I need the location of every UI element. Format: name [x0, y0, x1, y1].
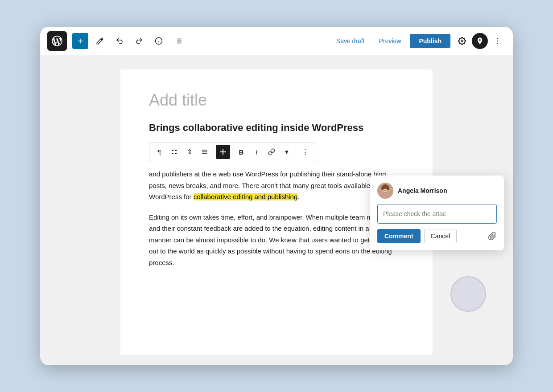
svg-point-4 [497, 43, 498, 44]
more-vertical-icon [494, 37, 502, 45]
pencil-icon [96, 37, 104, 45]
editor-toolbar: Save draft Preview Publish [40, 27, 513, 55]
list-icon [174, 37, 182, 45]
comment-input[interactable] [377, 204, 497, 224]
more-formats-btn[interactable]: ▾ [280, 145, 294, 159]
cancel-comment-button[interactable]: Cancel [424, 229, 457, 243]
comment-popup: Angela Morrison Comment Cancel [370, 176, 504, 250]
svg-point-1 [461, 40, 463, 42]
paperclip-icon [488, 232, 497, 241]
publish-button[interactable]: Publish [410, 34, 450, 48]
block-options-btn[interactable]: ⋮ [298, 145, 312, 159]
info-icon [155, 37, 163, 45]
plus-icon [76, 37, 84, 45]
paragraph-btn[interactable]: ¶ [152, 145, 166, 159]
add-inline-btn[interactable] [216, 145, 230, 159]
editor-body[interactable]: and publishers at the e web use WordPres… [149, 168, 404, 268]
toolbar-right-icons [454, 33, 506, 49]
gear-icon [458, 37, 466, 45]
avatar [377, 183, 393, 199]
format-divider-3 [296, 147, 296, 157]
preview-button[interactable]: Preview [374, 35, 407, 47]
format-toolbar: ¶ ⇕ [149, 143, 315, 161]
more-options-button[interactable] [490, 33, 506, 49]
add-block-button[interactable] [72, 33, 88, 49]
svg-rect-8 [175, 153, 177, 154]
attach-button[interactable] [488, 232, 497, 241]
bold-btn[interactable]: B [234, 145, 248, 159]
add-inline-icon [219, 148, 227, 155]
drag-icon [171, 148, 178, 155]
save-draft-button[interactable]: Save draft [331, 35, 370, 47]
svg-point-2 [497, 38, 498, 39]
redo-button[interactable] [131, 33, 147, 49]
comment-username: Angela Morrison [398, 187, 447, 194]
link-icon [268, 148, 275, 155]
move-btn[interactable]: ⇕ [182, 145, 197, 159]
link-btn[interactable] [264, 145, 279, 159]
submit-comment-button[interactable]: Comment [377, 229, 421, 243]
highlighted-text: collaborative editing and publishing [194, 193, 298, 200]
italic-btn[interactable]: I [249, 145, 264, 159]
location-icon [476, 37, 484, 45]
redo-icon [135, 37, 143, 45]
undo-button[interactable] [111, 33, 128, 49]
list-view-button[interactable] [170, 33, 186, 49]
info-button[interactable] [151, 33, 167, 49]
browser-frame: Save draft Preview Publish [40, 27, 513, 365]
align-btn[interactable] [198, 145, 212, 159]
edit-button[interactable] [92, 33, 108, 49]
editor-area: Add title Brings collaborative editing i… [40, 55, 513, 365]
comment-actions: Comment Cancel [377, 229, 497, 243]
cursor-indicator [450, 276, 486, 312]
svg-rect-6 [175, 150, 177, 151]
undo-icon [116, 37, 124, 45]
svg-rect-5 [172, 150, 173, 151]
editor-heading[interactable]: Brings collaborative editing inside Word… [149, 122, 404, 134]
wp-logo-icon [51, 35, 63, 47]
svg-point-19 [387, 186, 389, 190]
svg-point-3 [497, 40, 498, 41]
drag-btn[interactable] [167, 145, 182, 159]
format-divider-2 [232, 147, 232, 157]
align-icon [201, 148, 208, 155]
settings-button[interactable] [454, 33, 470, 49]
wordpress-logo [47, 31, 67, 51]
svg-point-18 [381, 186, 384, 190]
location-button[interactable] [472, 33, 488, 49]
format-divider-1 [214, 147, 214, 157]
avatar-image [377, 183, 393, 199]
svg-rect-7 [172, 153, 173, 154]
comment-user-row: Angela Morrison [377, 183, 497, 199]
editor-title-placeholder[interactable]: Add title [149, 91, 404, 110]
